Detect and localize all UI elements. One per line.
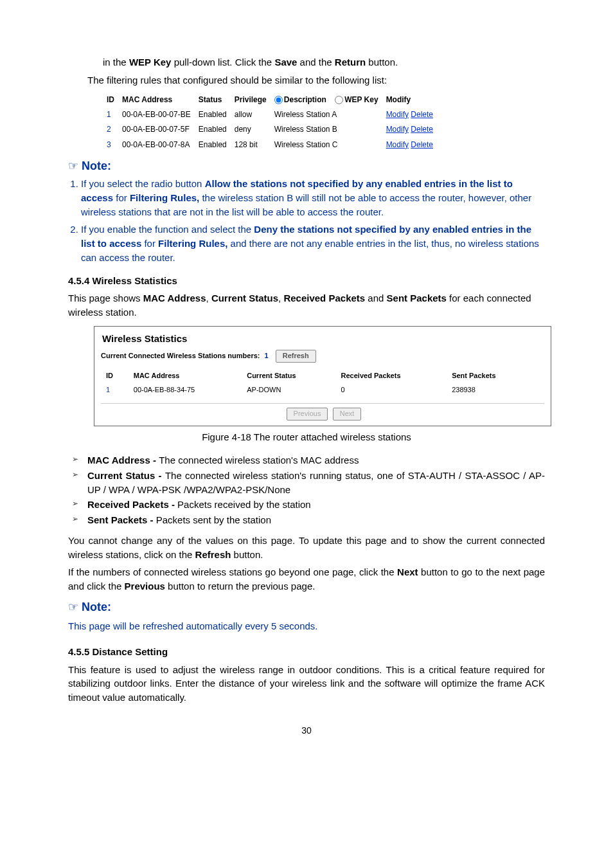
figure-caption: Figure 4-18 The router attached wireless… [68, 430, 545, 444]
txt-bold: Filtering Rules, [158, 238, 227, 249]
cell-modify: Modify Delete [386, 122, 441, 137]
txt: button. [366, 57, 398, 68]
cannot-change-para: You cannot change any of the values on t… [68, 534, 545, 562]
note-hand-icon: ☞ Note: [68, 599, 545, 615]
cell-id: 3 [107, 138, 122, 152]
delete-link[interactable]: Delete [411, 125, 433, 134]
txt: and [365, 293, 386, 303]
station-count: 1 [265, 352, 269, 359]
list-item: MAC Address - The connected wireless sta… [68, 453, 545, 467]
modify-link[interactable]: Modify [386, 110, 409, 119]
wireless-statistics-panel: Wireless Statistics Current Connected Wi… [94, 326, 551, 427]
radio-description-label: Description [284, 95, 326, 104]
txt: and the [297, 57, 334, 68]
list-item: Received Packets - Packets received by t… [68, 498, 545, 512]
txt: for [113, 192, 130, 203]
radio-wepkey[interactable]: WEP Key [335, 95, 378, 104]
key-select-line: in the WEP Key pull-down list. Click the… [103, 55, 545, 69]
note-item-1: If you select the radio button Allow the… [81, 177, 545, 219]
paging-para: If the numbers of connected wireless sta… [68, 565, 545, 593]
txt: in the [103, 57, 129, 68]
col-mac: MAC Address [129, 369, 242, 383]
pagination-row: Previous Next [101, 403, 544, 420]
col-modify: Modify [386, 93, 441, 107]
txt: for [141, 238, 158, 249]
cell-priv: deny [235, 122, 274, 137]
txt: If the numbers of connected wireless sta… [68, 566, 397, 577]
notes-list: If you select the radio button Allow the… [68, 177, 545, 265]
txt-bold: Current Status [211, 293, 278, 303]
txt-bold: Current Status - [87, 470, 165, 481]
table-header-row: ID MAC Address Current Status Received P… [101, 369, 533, 383]
col-recv: Received Packets [336, 369, 447, 383]
col-status: Current Status [242, 369, 335, 383]
modify-link[interactable]: Modify [386, 125, 409, 134]
note-hand-icon: ☞ Note: [68, 158, 545, 174]
txt: pull-down list. Click the [171, 57, 274, 68]
next-button[interactable]: Next [333, 408, 362, 420]
cell-id: 2 [107, 122, 122, 137]
txt: , [206, 293, 211, 303]
panel-subtitle: Current Connected Wireless Stations numb… [101, 350, 551, 368]
list-item: Current Status - The connected wireless … [68, 469, 545, 497]
txt: button to return the previous page. [165, 581, 315, 592]
cell-mac: 00-0A-EB-00-07-5F [122, 122, 199, 137]
txt-bold: Next [397, 566, 418, 577]
txt: Packets received by the station [177, 499, 311, 510]
table-row: 1 00-0A-EB-88-34-75 AP-DOWN 0 238938 [101, 383, 533, 397]
save-label: Save [274, 57, 297, 68]
cell-mac: 00-0A-EB-00-07-BE [122, 107, 199, 122]
filtering-intro: The filtering rules that configured shou… [87, 73, 545, 87]
txt-bold: Sent Packets - [87, 514, 156, 525]
section-heading-distance: 4.5.5 Distance Setting [68, 645, 545, 659]
radio-description[interactable]: Description [274, 95, 326, 104]
cell-mac: 00-0A-EB-88-34-75 [129, 383, 242, 397]
col-desc-wep: Description WEP Key [274, 93, 386, 107]
table-header-row: ID MAC Address Status Privilege Descript… [107, 93, 441, 107]
col-mac: MAC Address [122, 93, 199, 107]
txt: If you select the radio button [81, 178, 205, 189]
section-heading-stats: 4.5.4 Wireless Statistics [68, 274, 545, 288]
txt-bold: Previous [125, 581, 165, 592]
txt-bold: Received Packets - [87, 499, 177, 510]
col-priv: Privilege [235, 93, 274, 107]
cell-modify: Modify Delete [386, 107, 441, 122]
previous-button[interactable]: Previous [287, 408, 328, 420]
cell-modify: Modify Delete [386, 138, 441, 152]
txt: Packets sent by the station [156, 514, 271, 525]
txt-bold: Received Packets [283, 293, 365, 303]
list-item: Sent Packets - Packets sent by the stati… [68, 513, 545, 527]
cell-status: Enabled [199, 107, 235, 122]
radio-description-input[interactable] [274, 96, 283, 104]
radio-wepkey-label: WEP Key [344, 95, 378, 104]
txt-bold: Sent Packets [387, 293, 447, 303]
cell-desc: Wireless Station B [274, 122, 386, 137]
filter-rules-table: ID MAC Address Status Privilege Descript… [107, 93, 441, 153]
cell-status: Enabled [199, 138, 235, 152]
modify-link[interactable]: Modify [386, 140, 409, 149]
cell-mac: 00-0A-EB-00-07-8A [122, 138, 199, 152]
distance-para: This feature is used to adjust the wirel… [68, 663, 545, 705]
stats-intro: This page shows MAC Address, Current Sta… [68, 291, 545, 320]
table-row: 3 00-0A-EB-00-07-8A Enabled 128 bit Wire… [107, 138, 441, 152]
cell-sent: 238938 [447, 383, 533, 397]
radio-wepkey-input[interactable] [335, 96, 343, 104]
field-description-list: MAC Address - The connected wireless sta… [68, 453, 545, 527]
wep-key-label: WEP Key [129, 57, 172, 68]
sub-label: Current Connected Wireless Stations numb… [101, 352, 260, 359]
cell-recv: 0 [336, 383, 447, 397]
delete-link[interactable]: Delete [411, 140, 433, 149]
col-status: Status [199, 93, 235, 107]
refresh-button[interactable]: Refresh [276, 350, 316, 363]
txt: If you enable the function and select th… [81, 224, 254, 235]
delete-link[interactable]: Delete [411, 110, 433, 119]
cell-id: 1 [101, 383, 129, 397]
table-row: 2 00-0A-EB-00-07-5F Enabled deny Wireles… [107, 122, 441, 137]
txt-bold: Refresh [195, 549, 231, 560]
cell-desc: Wireless Station C [274, 138, 386, 152]
page-number: 30 [68, 724, 545, 737]
col-sent: Sent Packets [447, 369, 533, 383]
cell-status: AP-DOWN [242, 383, 335, 397]
cell-id: 1 [107, 107, 122, 122]
txt: You cannot change any of the values on t… [68, 535, 545, 560]
